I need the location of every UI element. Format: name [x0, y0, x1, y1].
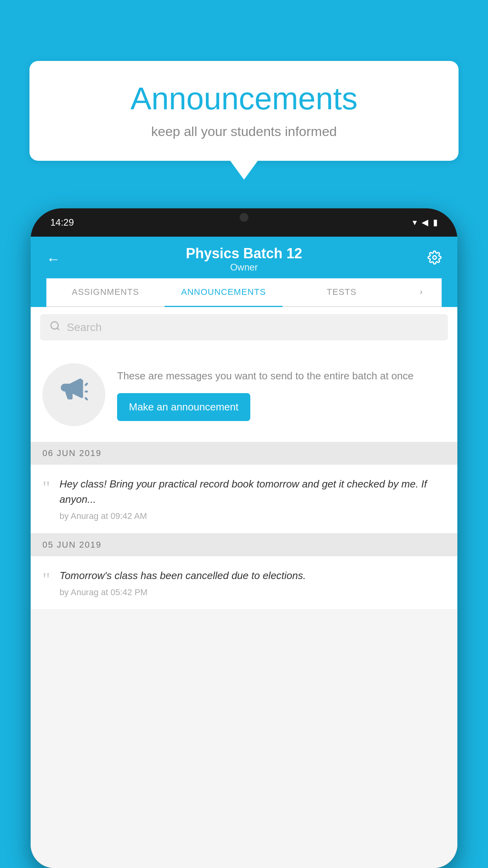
status-time: 14:29	[50, 217, 74, 228]
search-icon	[50, 320, 61, 334]
announcement-meta-2: by Anurag at 05:42 PM	[60, 587, 446, 598]
app-header-top: ← Physics Batch 12 Owner	[46, 245, 442, 273]
svg-point-0	[433, 256, 437, 259]
announcement-body-1: Hey class! Bring your practical record b…	[60, 476, 446, 521]
header-title-group: Physics Batch 12 Owner	[186, 245, 302, 273]
tab-assignments[interactable]: ASSIGNMENTS	[46, 278, 165, 306]
quote-icon-1: "	[42, 478, 50, 497]
svg-point-1	[51, 322, 59, 329]
megaphone-icon	[58, 376, 90, 414]
settings-button[interactable]	[427, 250, 442, 268]
phone-frame: 14:29 ▾ ◀ ▮ ← Physics Batch 12 Owner	[31, 208, 457, 868]
back-button[interactable]: ←	[46, 251, 61, 267]
make-announcement-button[interactable]: Make an announcement	[117, 393, 250, 421]
battery-icon: ▮	[433, 217, 438, 228]
bubble-title: Announcements	[53, 81, 435, 117]
tab-more[interactable]: ›	[401, 278, 442, 306]
speech-bubble: Announcements keep all your students inf…	[29, 61, 459, 161]
search-placeholder: Search	[67, 321, 102, 334]
search-container: Search	[31, 307, 457, 348]
date-label-1: 06 JUN 2019	[42, 448, 101, 458]
tab-announcements[interactable]: ANNOUNCEMENTS	[165, 278, 283, 307]
camera-notch	[240, 213, 248, 222]
date-label-2: 05 JUN 2019	[42, 540, 101, 550]
date-section-2: 05 JUN 2019	[31, 533, 457, 556]
svg-line-2	[57, 328, 59, 330]
status-bar: 14:29 ▾ ◀ ▮	[31, 208, 457, 237]
tab-tests[interactable]: TESTS	[283, 278, 401, 306]
announcement-item-1[interactable]: " Hey class! Bring your practical record…	[31, 465, 457, 533]
signal-icon: ◀	[422, 217, 428, 228]
tabs-bar: ASSIGNMENTS ANNOUNCEMENTS TESTS ›	[46, 278, 442, 307]
promo-text: These are messages you want to send to t…	[117, 368, 446, 384]
bubble-subtitle: keep all your students informed	[53, 124, 435, 139]
header-subtitle: Owner	[186, 262, 302, 273]
speech-bubble-container: Announcements keep all your students inf…	[29, 61, 459, 161]
content-area: Search These are messages you want to se…	[31, 307, 457, 868]
announcement-meta-1: by Anurag at 09:42 AM	[60, 511, 446, 521]
app-header: ← Physics Batch 12 Owner ASSIGNMENTS ANN…	[31, 237, 457, 307]
announcement-text-1: Hey class! Bring your practical record b…	[60, 476, 446, 507]
status-icons: ▾ ◀ ▮	[413, 217, 438, 228]
announcement-item-2[interactable]: " Tomorrow's class has been cancelled du…	[31, 556, 457, 610]
promo-right: These are messages you want to send to t…	[117, 368, 446, 421]
megaphone-circle	[42, 363, 105, 426]
search-bar[interactable]: Search	[40, 314, 448, 340]
announcement-promo: These are messages you want to send to t…	[31, 348, 457, 442]
phone-notch	[220, 208, 268, 225]
phone-content: ← Physics Batch 12 Owner ASSIGNMENTS ANN…	[31, 237, 457, 868]
wifi-icon: ▾	[413, 217, 417, 228]
quote-icon-2: "	[42, 570, 50, 589]
announcement-body-2: Tomorrow's class has been cancelled due …	[60, 568, 446, 598]
announcement-text-2: Tomorrow's class has been cancelled due …	[60, 568, 446, 583]
header-title: Physics Batch 12	[186, 245, 302, 262]
date-section-1: 06 JUN 2019	[31, 442, 457, 465]
